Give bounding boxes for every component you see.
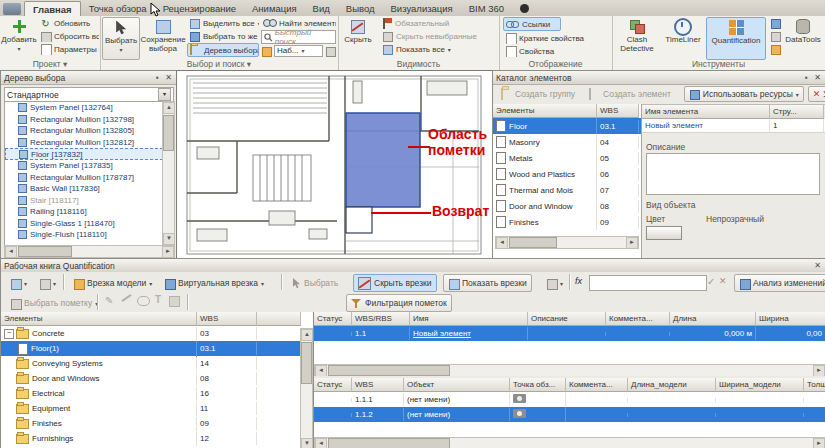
group-label-display[interactable]: Отображение	[499, 59, 612, 70]
select-same-button[interactable]: Выбрать то же▾	[187, 30, 259, 42]
column-header[interactable]: Точка обз...	[510, 378, 566, 392]
catalog-row[interactable]: Wood and Plastics06	[493, 166, 641, 182]
viewpoint-camera-icon[interactable]	[513, 409, 526, 418]
file-options-button[interactable]: Параметры файла	[38, 43, 99, 55]
help-menu-icon[interactable]	[520, 4, 529, 13]
workbook-tree-row[interactable]: Floor(1)03.1	[1, 341, 313, 356]
objects-table-hscrollbar[interactable]: ◄►	[314, 437, 825, 448]
formula-input[interactable]	[589, 275, 707, 291]
cancel-formula-icon[interactable]: ✕	[719, 276, 727, 287]
scripter-tool-button[interactable]	[768, 30, 781, 42]
column-header[interactable]: Описание	[528, 312, 606, 326]
selection-tree-item[interactable]: Railing [118116]	[5, 206, 163, 218]
selection-tree-item[interactable]: Single-Glass 1 [118470]	[5, 218, 163, 230]
column-header[interactable]: Коммента...	[606, 312, 670, 326]
tree-preset-combobox[interactable]: Стандартное ▾	[4, 87, 174, 102]
sets-save-icon[interactable]	[325, 46, 336, 57]
markup-line-icon[interactable]	[121, 294, 131, 302]
selection-tree-item[interactable]: Rectangular Mullion [132798]	[5, 114, 163, 126]
ribbon-tab-рецензирование[interactable]: Рецензирование	[155, 1, 244, 16]
datatools-button[interactable]: DataTools	[782, 17, 824, 58]
selection-tree-vscrollbar[interactable]: ▲▼	[162, 101, 175, 246]
workbook-tree-row[interactable]: Electrical16	[1, 386, 313, 401]
select-all-button[interactable]: Выделить все▾	[187, 17, 259, 29]
quantification-button[interactable]: Quantification	[706, 17, 766, 60]
markup-erase-icon[interactable]	[169, 296, 180, 307]
markup-area-highlight[interactable]	[346, 113, 420, 207]
description-textarea[interactable]	[646, 153, 820, 195]
catalog-row[interactable]: Thermal and Mois07	[493, 182, 641, 198]
markup-text-icon[interactable]: T	[155, 294, 161, 305]
column-header[interactable]: Имя	[410, 312, 528, 326]
animator-tool-button[interactable]	[768, 17, 781, 29]
select-markup-button[interactable]: Выбрать пометку▾	[5, 294, 103, 312]
workbook-tree-column-header[interactable]: WBS	[197, 312, 257, 326]
column-header[interactable]: WBS	[352, 378, 404, 392]
model-view-canvas[interactable]	[176, 70, 494, 260]
use-resources-button[interactable]: Использовать ресурсы▾	[684, 86, 804, 102]
selection-tree-hscrollbar[interactable]: ◄►	[4, 245, 175, 258]
create-item-button[interactable]: Создать элемент	[584, 86, 676, 102]
items-table-row[interactable]: 1.1Новый элемент0,000 м0,00	[314, 326, 825, 341]
workbook-tree-row[interactable]: Conveying Systems14	[1, 356, 313, 371]
ribbon-tab-вид[interactable]: Вид	[305, 1, 338, 16]
catalog-hscrollbar[interactable]: ◄►	[495, 236, 639, 249]
ribbon-tab-анимация[interactable]: Анимация	[244, 1, 305, 16]
quick-find-input[interactable]: Быстрый поиск	[261, 30, 336, 44]
ribbon-tab-точка-обзора[interactable]: Точка обзора	[81, 1, 155, 16]
selection-tree-item[interactable]: Basic Wall [117836]	[5, 183, 163, 195]
workbook-tree-row[interactable]: Furnishings12	[1, 431, 313, 446]
appearance-tool-button[interactable]	[768, 43, 781, 55]
selection-tree-item[interactable]: Single-Flush [118110]	[5, 229, 163, 241]
add-button[interactable]: Добавить ▾	[2, 17, 36, 58]
refresh-button[interactable]: ↻Обновить	[38, 17, 99, 29]
ribbon-tab-главная[interactable]: Главная	[24, 1, 81, 16]
analyze-changes-button[interactable]: Анализ изменений	[734, 274, 825, 292]
catalog-row[interactable]: Metals05	[493, 150, 641, 166]
column-header[interactable]: Ширина_модели	[716, 378, 804, 392]
catalog-column-header[interactable]: WBS	[597, 104, 639, 118]
properties-button[interactable]: Свойства	[503, 45, 609, 57]
column-header[interactable]: Длина	[670, 312, 756, 326]
delete-button[interactable]: ✕Удалить	[808, 86, 825, 102]
create-group-button[interactable]: Создать группу	[496, 86, 580, 102]
workbook-tree-row[interactable]: −Concrete03	[1, 326, 313, 341]
viewpoint-camera-icon[interactable]	[513, 394, 526, 403]
ribbon-tab-визуализация[interactable]: Визуализация	[383, 1, 461, 16]
selection-tree-item[interactable]: Floor [137832]	[5, 148, 163, 160]
catalog-row[interactable]: Floor03.1	[493, 118, 641, 134]
selection-tree-item[interactable]: Rectangular Mullion [178787]	[5, 172, 163, 184]
detail-struct-value[interactable]: 1	[770, 119, 824, 132]
ribbon-tab-вывод[interactable]: Вывод	[338, 1, 383, 16]
catalog-row[interactable]: Masonry04	[493, 134, 641, 150]
catalog-row[interactable]: Door and Window08	[493, 198, 641, 214]
column-header[interactable]: Объект	[404, 378, 510, 392]
objects-table-row[interactable]: 1.1.2(нет имени)	[314, 407, 825, 422]
items-table-hscrollbar[interactable]: ◄►	[314, 364, 825, 376]
selection-tree-item[interactable]: Stair [118117]	[5, 195, 163, 207]
show-takeoffs-button[interactable]: Показать врезки	[443, 274, 532, 292]
selection-tree-item[interactable]: Rectangular Mullion [132812]	[5, 137, 163, 149]
save-selection-button[interactable]: Сохранение выбора	[141, 17, 185, 58]
selection-tree-item[interactable]: Rectangular Mullion [132805]	[5, 125, 163, 137]
markup-cloud-icon[interactable]	[137, 296, 150, 306]
takeoff-mode-dropdown[interactable]: ▾	[5, 274, 32, 292]
objects-table-row[interactable]: 1.1.1(нет имени)	[314, 392, 825, 407]
hide-unselected-button[interactable]: Скрыть невыбранные	[380, 30, 496, 42]
select-button[interactable]: Выбрать ▾	[102, 17, 140, 60]
markup-draw-icon[interactable]: ✎	[105, 295, 113, 306]
group-label-visibility[interactable]: Видимость	[338, 59, 499, 70]
unhide-all-button[interactable]: Показать все▾	[380, 43, 496, 55]
column-header[interactable]: Ширина	[756, 312, 825, 326]
column-header[interactable]: Статус	[314, 378, 352, 392]
clash-detective-button[interactable]: Clash Detective	[614, 17, 660, 58]
takeoff-display-dropdown[interactable]: ▾	[541, 274, 568, 292]
workbook-tree-row[interactable]: Finishes09	[1, 416, 313, 431]
column-header[interactable]: Толщина...	[804, 378, 825, 392]
pin-icon[interactable]: ▪	[801, 73, 812, 83]
catalog-row[interactable]: Finishes09	[493, 214, 641, 230]
group-label-project[interactable]: Проект ▾	[0, 59, 100, 70]
catalog-column-header[interactable]: Элементы	[493, 104, 597, 118]
timeliner-button[interactable]: TimeLiner	[662, 17, 704, 58]
sets-dropdown[interactable]: Наб...▾	[274, 45, 323, 57]
